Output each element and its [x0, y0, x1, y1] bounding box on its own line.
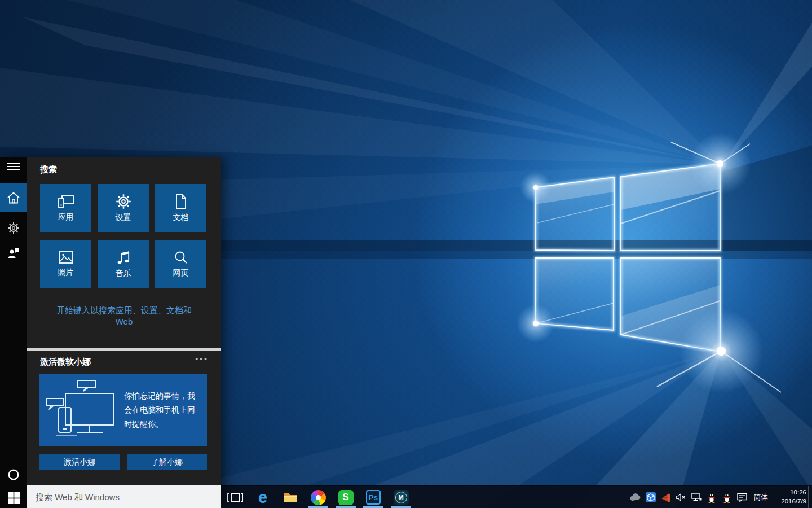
file-explorer-icon — [283, 491, 298, 504]
clock-date: 2016/7/9 — [774, 497, 806, 506]
qq-icon[interactable] — [706, 492, 717, 503]
tile-label: 应用 — [58, 212, 74, 222]
tile-music[interactable]: 音乐 — [98, 240, 149, 288]
search-flyout: 搜索 应用 设置 — [27, 157, 221, 485]
settings-icon — [116, 194, 131, 209]
home-tab-button[interactable] — [0, 183, 27, 212]
taskbar-search-box[interactable] — [27, 485, 221, 508]
cortana-rail-button[interactable] — [0, 463, 27, 486]
tile-label: 文档 — [173, 213, 189, 223]
start-button[interactable] — [0, 488, 27, 508]
tile-label: 照片 — [58, 268, 74, 278]
edge-button[interactable]: e — [251, 486, 274, 508]
search-hint-line1: 开始键入以搜索应用、设置、文档和 — [27, 305, 221, 316]
search-hint-line2: Web — [27, 316, 221, 327]
tile-settings[interactable]: 设置 — [98, 184, 149, 232]
tile-label: 网页 — [173, 268, 189, 278]
photoshop-button[interactable]: Ps — [362, 486, 385, 508]
tile-label: 设置 — [116, 213, 131, 223]
hamburger-menu-button[interactable] — [0, 157, 27, 176]
clock-time: 10:26 — [774, 488, 806, 497]
clock[interactable]: 10:26 2016/7/9 — [774, 488, 806, 506]
photoshop-icon: Ps — [366, 490, 381, 505]
qq-icon[interactable] — [721, 492, 732, 503]
color-wheel-icon — [311, 490, 326, 505]
tile-apps[interactable]: 应用 — [40, 184, 91, 232]
search-hint: 开始键入以搜索应用、设置、文档和 Web — [27, 305, 221, 327]
settings-rail-button[interactable] — [0, 217, 27, 239]
web-search-icon — [174, 250, 188, 265]
tile-web[interactable]: 网页 — [155, 240, 206, 288]
onedrive-cloud-icon[interactable] — [630, 492, 641, 503]
section-divider — [27, 348, 221, 351]
more-options-button[interactable]: ••• — [195, 354, 209, 364]
panel-title: 搜索 — [40, 164, 57, 175]
music-icon — [116, 249, 131, 265]
action-center-icon[interactable] — [736, 492, 748, 503]
file-explorer-button[interactable] — [279, 486, 302, 508]
cube-app-icon[interactable] — [645, 492, 656, 503]
promo-line: 会在电脑和手机上同 — [124, 403, 202, 417]
motorola-icon: M — [394, 490, 409, 505]
panel-left-rail — [0, 157, 27, 508]
documents-icon — [174, 194, 188, 209]
learn-cortana-button[interactable]: 了解小娜 — [127, 454, 207, 470]
task-view-icon — [227, 490, 244, 505]
horn-speaker-icon[interactable] — [660, 492, 672, 503]
hamburger-icon — [7, 163, 20, 170]
windows-logo-icon — [8, 492, 20, 504]
apps-icon — [58, 194, 74, 209]
s-app-icon: S — [338, 490, 354, 505]
cortana-ring-icon — [7, 468, 20, 481]
search-input[interactable] — [27, 485, 221, 508]
cortana-section-title: 激活微软小娜 — [40, 357, 91, 367]
volume-muted-icon[interactable] — [676, 492, 687, 503]
tile-label: 音乐 — [116, 269, 131, 279]
photos-icon — [58, 251, 74, 264]
motorola-app-button[interactable]: M — [390, 486, 412, 508]
gear-icon — [7, 222, 20, 234]
home-icon — [7, 192, 20, 204]
cortana-promo-text: 你怕忘记的事情，我 会在电脑和手机上同 时提醒你。 — [124, 389, 202, 431]
promo-line: 时提醒你。 — [124, 417, 202, 431]
feedback-rail-button[interactable] — [0, 242, 27, 264]
edge-icon: e — [258, 489, 267, 506]
show-desktop-button[interactable] — [808, 486, 812, 508]
network-icon[interactable] — [691, 492, 702, 503]
system-tray: 简体 10:26 2016/7/9 — [630, 486, 806, 508]
cortana-promo-illustration — [44, 378, 123, 442]
color-wheel-app-button[interactable] — [307, 486, 329, 508]
cortana-promo-card[interactable]: 你怕忘记的事情，我 会在电脑和手机上同 时提醒你。 — [39, 374, 207, 446]
person-feedback-icon — [7, 247, 20, 259]
ime-indicator[interactable]: 简体 — [752, 492, 770, 502]
s-app-button[interactable]: S — [334, 486, 357, 508]
tile-documents[interactable]: 文档 — [155, 184, 206, 232]
motorola-m-glyph: M — [395, 492, 407, 503]
task-view-button[interactable] — [224, 486, 246, 508]
tile-photos[interactable]: 照片 — [40, 240, 91, 288]
activate-cortana-button[interactable]: 激活小娜 — [39, 454, 120, 470]
promo-line: 你怕忘记的事情，我 — [124, 389, 202, 403]
search-panel: 搜索 应用 设置 — [0, 157, 221, 508]
